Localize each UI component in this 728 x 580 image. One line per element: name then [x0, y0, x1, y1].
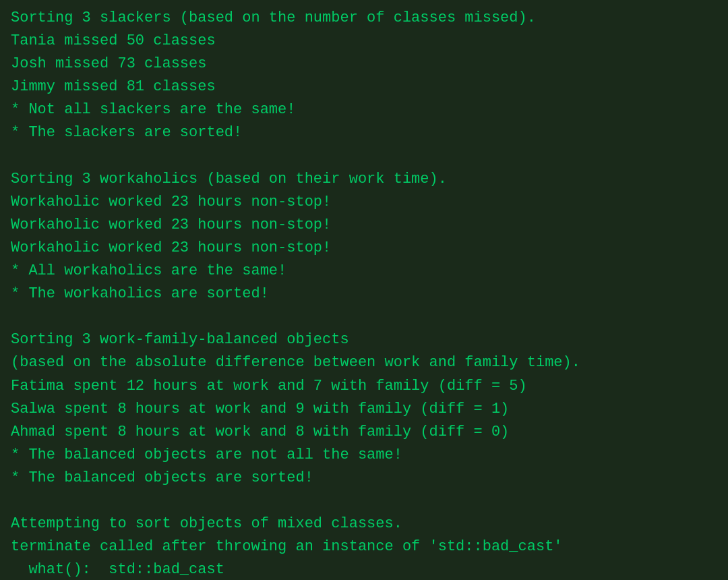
terminal-line: Salwa spent 8 hours at work and 9 with f… — [11, 398, 717, 421]
terminal-line: Workaholic worked 23 hours non-stop! — [11, 237, 717, 260]
terminal-line: * Not all slackers are the same! — [11, 98, 717, 121]
terminal-line: Sorting 3 workaholics (based on their wo… — [11, 168, 717, 191]
terminal-line: Sorting 3 slackers (based on the number … — [11, 7, 717, 30]
terminal-line: (based on the absolute difference betwee… — [11, 351, 717, 374]
terminal-line: * All workaholics are the same! — [11, 260, 717, 283]
terminal-line: Ahmad spent 8 hours at work and 8 with f… — [11, 421, 717, 444]
terminal-line: Josh missed 73 classes — [11, 53, 717, 76]
terminal-line: terminate called after throwing an insta… — [11, 535, 717, 558]
terminal-line: Workaholic worked 23 hours non-stop! — [11, 214, 717, 237]
terminal-output: Sorting 3 slackers (based on the number … — [0, 0, 728, 580]
terminal-line: Workaholic worked 23 hours non-stop! — [11, 191, 717, 214]
terminal-line: Sorting 3 work-family-balanced objects — [11, 328, 717, 351]
terminal-line: Fatima spent 12 hours at work and 7 with… — [11, 375, 717, 398]
terminal-line: * The workaholics are sorted! — [11, 283, 717, 306]
empty-line — [11, 490, 717, 513]
terminal-line: Jimmy missed 81 classes — [11, 76, 717, 98]
terminal-line: * The balanced objects are not all the s… — [11, 444, 717, 467]
empty-line — [11, 306, 717, 328]
terminal-line: what(): std::bad_cast — [11, 558, 717, 580]
terminal-line: Attempting to sort objects of mixed clas… — [11, 513, 717, 535]
terminal-line: * The balanced objects are sorted! — [11, 467, 717, 490]
empty-line — [11, 145, 717, 168]
terminal-line: * The slackers are sorted! — [11, 121, 717, 144]
terminal-line: Tania missed 50 classes — [11, 30, 717, 53]
